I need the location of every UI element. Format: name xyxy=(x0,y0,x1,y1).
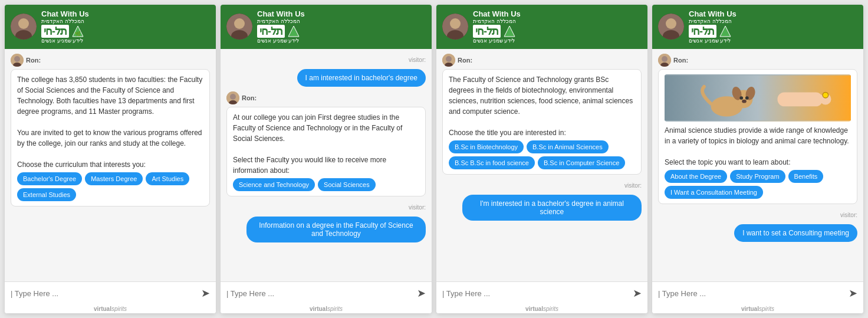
svg-marker-25 xyxy=(720,26,731,37)
bot-text-3: The Faculty of Science and Technology gr… xyxy=(449,76,633,137)
svg-rect-38 xyxy=(778,92,823,106)
ron-avatar-small xyxy=(11,54,24,67)
svg-marker-18 xyxy=(504,26,515,37)
visitor-label-row-4: visitor: xyxy=(840,209,857,219)
chat-footer-4: ➤ xyxy=(652,281,863,304)
chat-footer-1: ➤ xyxy=(5,281,216,304)
send-icon-4[interactable]: ➤ xyxy=(849,287,857,300)
chat-body-3: Ron: The Faculty of Science and Technolo… xyxy=(436,49,647,281)
visitor-bubble-3: I'm interested in a bachelor's degree in… xyxy=(462,195,642,221)
ron-avatar-small-2 xyxy=(226,91,239,104)
svg-point-9 xyxy=(234,18,245,29)
visitor-text-3: I'm interested in a bachelor's degree in… xyxy=(480,199,624,216)
send-icon-1[interactable]: ➤ xyxy=(201,287,210,300)
avatar xyxy=(11,14,37,40)
bot-bubble-2: At our college you can join First degree… xyxy=(226,107,426,196)
benefits-btn[interactable]: Benefits xyxy=(788,170,824,183)
science-tech-btn[interactable]: Science and Technology xyxy=(233,178,315,191)
send-icon-2[interactable]: ➤ xyxy=(417,287,426,300)
computer-science-btn[interactable]: B.Sc in Computer Science xyxy=(538,156,625,169)
visitor-label-4: visitor: xyxy=(840,212,857,218)
sender-ron-4: Ron: xyxy=(658,54,857,67)
food-science-btn[interactable]: B.Sc B.Sc in food science xyxy=(449,156,535,169)
tel-hai-logo-4: תל-חי xyxy=(689,25,716,38)
chat-footer-2: ➤ xyxy=(221,281,432,304)
type-input-3[interactable] xyxy=(442,289,629,298)
svg-marker-11 xyxy=(288,26,299,37)
tel-hai-logo-3: תל-חי xyxy=(473,25,501,38)
bachelors-degree-btn[interactable]: Bachelor's Degree xyxy=(17,172,82,185)
header-logo-box-4: Chat With Us המכללה האקדמית תל-חי לידע ש… xyxy=(689,9,737,44)
brand-footer-1: virtualspirits xyxy=(5,304,216,313)
svg-point-40 xyxy=(823,92,828,98)
brand-footer-3: virtualspirits xyxy=(436,304,647,313)
sender-ron: Ron: xyxy=(11,54,210,67)
visitor-label-3: visitor: xyxy=(624,182,642,189)
animal-image xyxy=(665,74,851,122)
ron-label-3: Ron: xyxy=(458,57,472,64)
brand-footer-2: virtualspirits xyxy=(221,304,432,313)
svg-point-20 xyxy=(446,56,452,62)
button-row-4: About the Degree Study Program Benefits … xyxy=(665,170,851,199)
svg-point-36 xyxy=(745,96,749,100)
tel-hai-logo: תל-חי xyxy=(41,25,69,38)
ron-avatar-small-3 xyxy=(442,54,455,67)
chat-footer-3: ➤ xyxy=(436,281,647,304)
sender-ron-3: Ron: xyxy=(442,54,642,67)
study-program-btn[interactable]: Study Program xyxy=(730,170,785,183)
chat-header-2: Chat With Us המכללה האקדמית תל-חי לידע ש… xyxy=(221,5,432,49)
chat-window-2: Chat With Us המכללה האקדמית תל-חי לידע ש… xyxy=(221,5,432,313)
masters-degree-btn[interactable]: Masters Degree xyxy=(85,172,143,185)
svg-point-6 xyxy=(14,56,20,62)
header-logo-box: Chat With Us המכללה האקדמית תל-חי 🌿 לידע… xyxy=(41,9,89,44)
visitor-label-2: visitor: xyxy=(409,57,426,63)
visitor-text-4: I want to set a Consulting meeting xyxy=(742,229,849,237)
sender-ron-2: Ron: xyxy=(226,91,426,104)
svg-point-16 xyxy=(450,18,461,29)
college-sub-2: לידע שמניע אנשים xyxy=(257,38,299,44)
art-studies-btn[interactable]: Art Studies xyxy=(146,172,189,185)
chat-header-3: Chat With Us המכללה האקדמית תל-חי לידע ש… xyxy=(436,5,647,49)
chat-body-4: Ron: xyxy=(652,49,863,281)
type-input-4[interactable] xyxy=(658,289,845,298)
svg-point-13 xyxy=(230,94,236,100)
visitor-label-row-2: visitor: xyxy=(409,54,426,64)
avatar-2 xyxy=(226,14,252,40)
visitor-label-2b: visitor: xyxy=(409,204,426,211)
college-emblem-4 xyxy=(719,25,732,38)
header-logo-box-3: Chat With Us המכללה האקדמית תל-חי לידע ש… xyxy=(473,9,521,44)
type-input-1[interactable] xyxy=(11,289,198,298)
chat-window-1: Chat With Us המכללה האקדמית תל-חי 🌿 לידע… xyxy=(5,5,216,313)
bot-message-row-3: Ron: The Faculty of Science and Technolo… xyxy=(442,54,642,175)
bot-text-2: At our college you can join First degree… xyxy=(233,113,402,175)
type-input-2[interactable] xyxy=(226,289,413,298)
chat-body-2: visitor: I am interested in bachelor's d… xyxy=(221,49,432,281)
about-degree-btn[interactable]: About the Degree xyxy=(665,170,727,183)
visitor-label-row-2b: visitor: xyxy=(409,201,426,212)
tel-hai-logo-2: תל-חי xyxy=(257,25,285,38)
social-sciences-btn[interactable]: Social Sciences xyxy=(318,178,376,191)
brand-footer-4: virtualspirits xyxy=(652,304,863,313)
svg-point-37 xyxy=(742,99,747,103)
bot-text-1: The college has 3,850 students in two fa… xyxy=(17,76,202,169)
ron-label: Ron: xyxy=(26,57,41,64)
button-row-2: Science and Technology Social Sciences xyxy=(233,178,419,191)
bot-bubble-4: Animal science studies provide a wide ra… xyxy=(658,69,857,204)
ron-label-4: Ron: xyxy=(673,57,688,64)
college-line1-3: המכללה האקדמית xyxy=(473,18,516,25)
visitor-text-2a: I am interested in bachelor's degree xyxy=(305,74,417,82)
college-sub: לידע שמניע אנשים xyxy=(41,38,83,44)
send-icon-3[interactable]: ➤ xyxy=(633,287,642,300)
external-studies-btn[interactable]: External Studies xyxy=(17,188,76,201)
svg-point-27 xyxy=(662,56,668,62)
avatar-4 xyxy=(658,14,684,40)
consultation-btn[interactable]: I Want a Consultation Meeting xyxy=(665,186,763,199)
college-emblem-2 xyxy=(287,25,300,38)
college-line1-2: המכללה האקדמית xyxy=(257,18,300,25)
chat-with-us-label-2: Chat With Us xyxy=(257,9,305,18)
visitor-text-2b: Information on a degree in the Faculty o… xyxy=(259,221,413,238)
biotechnology-btn[interactable]: B.Sc in Biotechnology xyxy=(449,140,524,153)
animal-sciences-btn[interactable]: B.Sc in Animal Sciences xyxy=(527,140,609,153)
visitor-bubble-2b: Information on a degree in the Faculty o… xyxy=(246,217,426,242)
visitor-bubble-2a: I am interested in bachelor's degree xyxy=(297,69,426,87)
